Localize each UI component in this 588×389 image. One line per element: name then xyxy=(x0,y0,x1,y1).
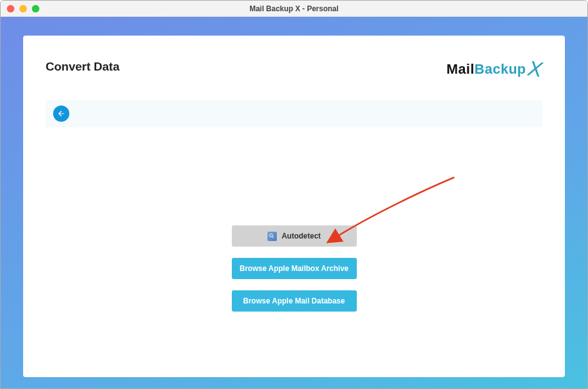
app-logo: MailBackupX xyxy=(447,54,542,79)
browse-database-button[interactable]: Browse Apple Mail Database xyxy=(232,290,357,312)
browse-archive-button[interactable]: Browse Apple Mailbox Archive xyxy=(232,258,357,279)
logo-text-backup: Backup xyxy=(474,61,526,77)
arrow-left-icon xyxy=(57,109,66,118)
logo-text-mail: Mail xyxy=(447,61,475,77)
main-card: Convert Data MailBackupX Autodetect xyxy=(23,36,565,377)
option-buttons: Autodetect Browse Apple Mailbox Archive … xyxy=(226,225,363,312)
app-window: Mail Backup X - Personal Convert Data Ma… xyxy=(0,0,588,389)
window-title: Mail Backup X - Personal xyxy=(1,4,587,13)
browse-archive-label: Browse Apple Mailbox Archive xyxy=(239,264,349,273)
logo-text-x: X xyxy=(526,56,544,82)
card-header: Convert Data MailBackupX xyxy=(46,54,542,79)
autodetect-button[interactable]: Autodetect xyxy=(232,225,357,247)
autodetect-label: Autodetect xyxy=(282,232,321,240)
page-title: Convert Data xyxy=(46,60,119,74)
content-frame: Convert Data MailBackupX Autodetect xyxy=(1,17,587,388)
browse-database-label: Browse Apple Mail Database xyxy=(243,297,345,305)
titlebar: Mail Backup X - Personal xyxy=(1,1,587,17)
back-button[interactable] xyxy=(53,106,69,122)
autodetect-icon xyxy=(267,232,277,241)
back-bar xyxy=(46,100,542,127)
